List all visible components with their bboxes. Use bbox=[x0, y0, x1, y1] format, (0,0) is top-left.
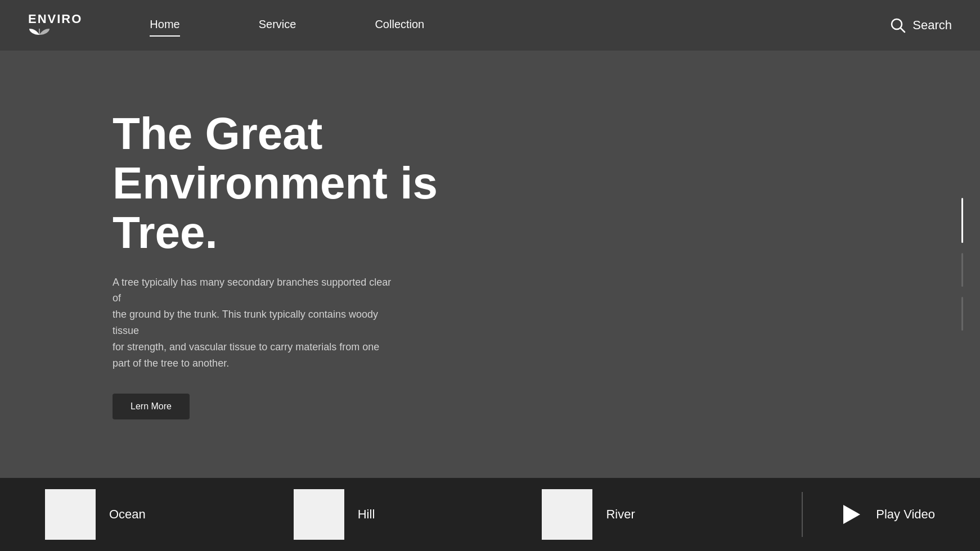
logo-leaf-icon bbox=[28, 28, 51, 38]
bottom-item-river[interactable]: River bbox=[542, 489, 790, 540]
bottom-items: Ocean Hill River bbox=[45, 489, 790, 540]
play-video-label: Play Video bbox=[876, 507, 935, 522]
hero-description: A tree typically has many secondary bran… bbox=[113, 274, 394, 372]
bottom-divider bbox=[802, 492, 803, 537]
logo[interactable]: ENVIRO bbox=[28, 13, 82, 38]
scroll-indicators bbox=[961, 198, 963, 331]
scroll-indicator-3 bbox=[961, 297, 963, 331]
search-button[interactable]: Search bbox=[890, 17, 952, 33]
hero-title-line2: Environment is Tree. bbox=[113, 158, 438, 258]
hero-block: The Great Environment is Tree. A tree ty… bbox=[113, 109, 518, 420]
play-icon bbox=[837, 500, 865, 529]
scroll-indicator-1 bbox=[961, 198, 963, 243]
brand-name: ENVIRO bbox=[28, 13, 82, 25]
bottom-item-ocean[interactable]: Ocean bbox=[45, 489, 294, 540]
learn-more-button[interactable]: Lern More bbox=[113, 394, 190, 419]
hero-title-line1: The Great bbox=[113, 109, 322, 159]
nav-links: Home Service Collection bbox=[150, 18, 890, 33]
play-video-button[interactable]: Play Video bbox=[814, 500, 935, 529]
nav-collection[interactable]: Collection bbox=[375, 18, 424, 33]
river-thumbnail bbox=[542, 489, 592, 540]
nav-service[interactable]: Service bbox=[259, 18, 296, 33]
nav-home[interactable]: Home bbox=[150, 18, 179, 33]
search-label: Search bbox=[912, 18, 952, 33]
bottom-item-hill[interactable]: Hill bbox=[294, 489, 542, 540]
search-icon bbox=[890, 17, 906, 33]
navbar: ENVIRO Home Service Collection Search bbox=[0, 0, 980, 51]
svg-line-2 bbox=[901, 28, 905, 32]
scroll-indicator-2 bbox=[961, 253, 963, 287]
ocean-thumbnail bbox=[45, 489, 96, 540]
bottom-bar: Ocean Hill River Play Video bbox=[0, 478, 980, 551]
ocean-label: Ocean bbox=[109, 507, 146, 522]
hill-label: Hill bbox=[358, 507, 375, 522]
svg-marker-3 bbox=[843, 505, 860, 524]
hero-title: The Great Environment is Tree. bbox=[113, 109, 518, 258]
hill-thumbnail bbox=[294, 489, 344, 540]
main-content: The Great Environment is Tree. A tree ty… bbox=[0, 51, 980, 478]
river-label: River bbox=[606, 507, 635, 522]
